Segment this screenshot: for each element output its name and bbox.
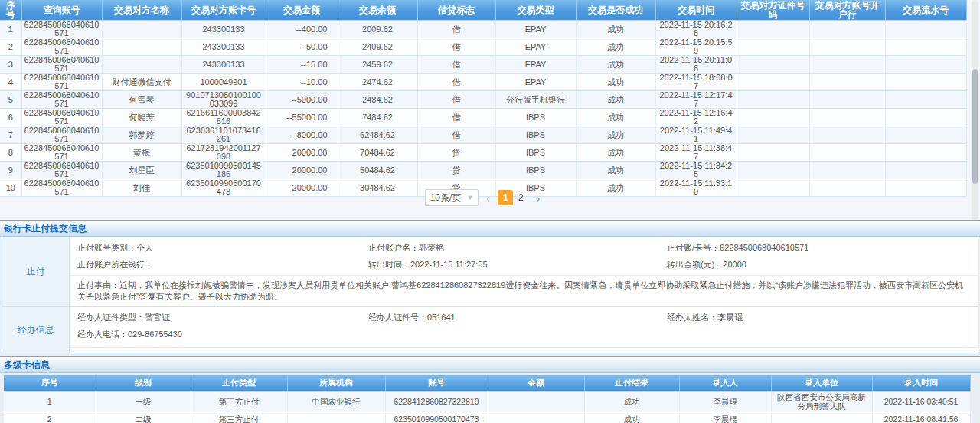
- cell: 贷: [417, 144, 495, 162]
- cell: 李晨琨: [679, 412, 771, 423]
- cell: [102, 38, 181, 56]
- cell: 分行版手机银行: [495, 91, 576, 109]
- column-header: 交易流水号: [885, 0, 966, 21]
- field-line: 经办人证件类型：警官证经办人证件号：051641经办人姓名：李晨琨: [70, 307, 978, 323]
- page-number-button[interactable]: 1: [498, 190, 513, 205]
- cell: 第三方止付: [191, 391, 287, 412]
- pagination: 10条/页 ▼ ‹ 12 ›: [0, 189, 966, 206]
- page-number-button[interactable]: 2: [513, 190, 528, 205]
- transactions-table: 序号查询账号交易对方名称交易对方账卡号交易金额交易余额借贷标志交易类型交易是否成…: [0, 0, 967, 197]
- cell: 2022-11-15 20:16:28: [655, 21, 737, 38]
- cell: 2022-11-15 20:11:08: [655, 56, 737, 74]
- cell: [809, 56, 885, 74]
- cell: 5: [0, 91, 21, 109]
- group-content: 止付账号类别：个人止付账户名：郭梦艳止付账/卡号：622845006804061…: [70, 237, 978, 306]
- cell: 黄梅: [102, 144, 181, 162]
- column-header: 所属机构: [287, 375, 385, 391]
- column-header: 交易对方账号开户行: [809, 0, 885, 21]
- header-row: 序号级别止付类型所属机构账号余额止付结果录入人录入单位录入时间: [4, 375, 970, 391]
- cell: 成功: [584, 412, 679, 423]
- table-row: 66228450068040610571何晓芳62166116000038428…: [0, 109, 966, 126]
- cell: 6217281942001127098: [181, 144, 266, 162]
- cell: 陕西省西安市公安局高新分局刑警大队: [771, 391, 872, 412]
- field: 止付账/卡号：6228450068040610571: [667, 242, 978, 254]
- info-group: 经办信息经办人证件类型：警官证经办人证件号：051641经办人姓名：李晨琨经办人…: [2, 306, 978, 353]
- cell: 贷: [417, 162, 495, 179]
- table-row: 46228450068040610571财付通微信支付1000049901--1…: [0, 74, 966, 91]
- cell: [885, 162, 966, 179]
- page-size-select[interactable]: 10条/页 ▼: [425, 189, 479, 206]
- cell: 20000.00: [266, 162, 338, 179]
- table-row: 76228450068040610571郭梦婷62303611010734162…: [0, 126, 966, 144]
- cell: 借: [417, 21, 495, 38]
- cell: 9010713080100100033099: [181, 91, 266, 109]
- cell: [287, 412, 385, 423]
- next-page-button[interactable]: ›: [534, 192, 541, 205]
- field: 转出时间：2022-11-15 11:27:55: [368, 259, 667, 271]
- table-row: 86228450068040610571黄梅621728194200112709…: [0, 144, 966, 162]
- chevron-down-icon: ▼: [466, 194, 473, 202]
- cell: 6228450068040610571: [21, 56, 102, 74]
- cell: [737, 162, 809, 179]
- cell: 2484.62: [338, 91, 417, 109]
- column-header: 序号: [0, 0, 21, 21]
- cell: EPAY: [495, 21, 576, 38]
- section-title-text: 银行卡止付提交信息: [4, 223, 87, 234]
- cell: 2459.62: [338, 56, 417, 74]
- cell: [809, 162, 885, 179]
- cell: [885, 126, 966, 144]
- cell: IBPS: [495, 109, 576, 126]
- field: 经办人证件类型：警官证: [77, 312, 368, 323]
- column-header: 录入时间: [872, 375, 970, 391]
- column-header: 交易金额: [266, 0, 338, 21]
- cell: [809, 74, 885, 91]
- cell: 成功: [584, 391, 679, 412]
- multi-card-section-title: 多级卡信息: [0, 356, 980, 373]
- cell: 6228450068040610571: [21, 91, 102, 109]
- cell: [885, 38, 966, 56]
- cell: 6228450068040610571: [21, 109, 102, 126]
- cell: 成功: [576, 109, 655, 126]
- cell: [488, 391, 584, 412]
- group-label: 经办信息: [2, 307, 70, 353]
- cell: [885, 74, 966, 91]
- cell: 郭梦婷: [102, 126, 181, 144]
- scrollbar-thumb[interactable]: [972, 69, 978, 184]
- field-line: 止付账户所在银行：转出时间：2022-11-15 11:27:55转出金额(元)…: [70, 254, 978, 271]
- table-row: 96228450068040610571刘星臣62350109905001451…: [0, 162, 966, 179]
- column-header: 账号: [385, 375, 488, 391]
- cell: [809, 144, 885, 162]
- column-header: 录入单位: [771, 375, 872, 391]
- field: 经办人电话：029-86755430: [77, 329, 368, 340]
- column-header: 级别: [96, 375, 191, 391]
- cell: --15.00: [266, 56, 338, 74]
- cell: 2009.62: [338, 21, 417, 38]
- cell: [885, 109, 966, 126]
- cell: EPAY: [495, 56, 576, 74]
- column-header: 止付类型: [191, 375, 287, 391]
- cell: 8: [0, 144, 21, 162]
- cell: 借: [417, 74, 495, 91]
- column-header: 序号: [4, 375, 96, 391]
- page: { "colors": { "table_header_blue": "#429…: [0, 0, 980, 423]
- cell: --5000.00: [266, 91, 338, 109]
- vertical-scrollbar[interactable]: [972, 0, 978, 220]
- cell: 成功: [576, 38, 655, 56]
- cell: 6216611600003842816: [181, 109, 266, 126]
- cell: EPAY: [495, 74, 576, 91]
- transactions-panel: 序号查询账号交易对方名称交易对方账卡号交易金额交易余额借贷标志交易类型交易是否成…: [0, 0, 980, 220]
- cell: 李晨琨: [679, 391, 771, 412]
- section-title-text: 多级卡信息: [4, 359, 50, 370]
- cell: 6228450068040610571: [21, 162, 102, 179]
- cell: 2022-11-16 03:40:51: [872, 391, 970, 412]
- prev-page-button[interactable]: ‹: [485, 192, 492, 205]
- column-header: 借贷标志: [417, 0, 495, 21]
- cell: 1000049901: [181, 74, 266, 91]
- cell: 6228450068040610571: [21, 21, 102, 38]
- cell: 6235010990500170473: [385, 412, 488, 423]
- cell: 何晓芳: [102, 109, 181, 126]
- cell: [737, 144, 809, 162]
- cell: 7: [0, 126, 21, 144]
- cell: 6235010990500145186: [181, 162, 266, 179]
- cell: 成功: [576, 56, 655, 74]
